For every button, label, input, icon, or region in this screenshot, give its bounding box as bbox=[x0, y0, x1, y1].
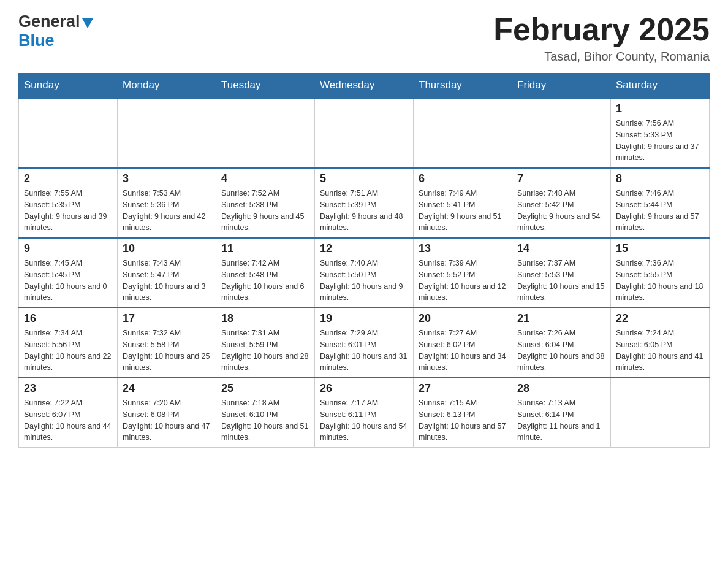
day-info: Sunrise: 7:32 AMSunset: 5:58 PMDaylight:… bbox=[123, 329, 210, 372]
day-number: 28 bbox=[517, 382, 605, 395]
day-info: Sunrise: 7:31 AMSunset: 5:59 PMDaylight:… bbox=[221, 329, 308, 372]
calendar-cell: 7Sunrise: 7:48 AMSunset: 5:42 PMDaylight… bbox=[512, 168, 611, 238]
location-subtitle: Tasad, Bihor County, Romania bbox=[493, 50, 710, 64]
day-info: Sunrise: 7:40 AMSunset: 5:50 PMDaylight:… bbox=[320, 259, 403, 302]
day-info: Sunrise: 7:49 AMSunset: 5:41 PMDaylight:… bbox=[419, 189, 502, 232]
calendar-table: SundayMondayTuesdayWednesdayThursdayFrid… bbox=[18, 73, 710, 448]
day-info: Sunrise: 7:29 AMSunset: 6:01 PMDaylight:… bbox=[320, 329, 407, 372]
day-info: Sunrise: 7:42 AMSunset: 5:48 PMDaylight:… bbox=[221, 259, 305, 302]
calendar-cell: 15Sunrise: 7:36 AMSunset: 5:55 PMDayligh… bbox=[611, 238, 710, 308]
calendar-cell: 6Sunrise: 7:49 AMSunset: 5:41 PMDaylight… bbox=[414, 168, 512, 238]
day-number: 21 bbox=[517, 312, 605, 325]
logo: General Blue bbox=[18, 12, 93, 50]
day-info: Sunrise: 7:51 AMSunset: 5:39 PMDaylight:… bbox=[320, 189, 403, 232]
calendar-cell: 9Sunrise: 7:45 AMSunset: 5:45 PMDaylight… bbox=[19, 238, 118, 308]
day-number: 1 bbox=[616, 102, 704, 115]
logo-general-text: General bbox=[18, 12, 80, 31]
day-number: 23 bbox=[24, 382, 112, 395]
day-info: Sunrise: 7:18 AMSunset: 6:10 PMDaylight:… bbox=[221, 399, 308, 442]
day-info: Sunrise: 7:46 AMSunset: 5:44 PMDaylight:… bbox=[616, 189, 699, 232]
calendar-cell: 21Sunrise: 7:26 AMSunset: 6:04 PMDayligh… bbox=[512, 308, 611, 378]
day-number: 15 bbox=[616, 242, 704, 255]
day-info: Sunrise: 7:55 AMSunset: 5:35 PMDaylight:… bbox=[24, 189, 107, 232]
day-number: 19 bbox=[320, 312, 408, 325]
day-info: Sunrise: 7:24 AMSunset: 6:05 PMDaylight:… bbox=[616, 329, 703, 372]
day-of-week-tuesday: Tuesday bbox=[216, 73, 315, 98]
calendar-header: SundayMondayTuesdayWednesdayThursdayFrid… bbox=[19, 73, 710, 98]
calendar-cell: 19Sunrise: 7:29 AMSunset: 6:01 PMDayligh… bbox=[315, 308, 414, 378]
calendar-cell: 14Sunrise: 7:37 AMSunset: 5:53 PMDayligh… bbox=[512, 238, 611, 308]
calendar-cell bbox=[414, 98, 512, 168]
day-info: Sunrise: 7:45 AMSunset: 5:45 PMDaylight:… bbox=[24, 259, 107, 302]
day-info: Sunrise: 7:56 AMSunset: 5:33 PMDaylight:… bbox=[616, 119, 699, 162]
calendar-cell: 28Sunrise: 7:13 AMSunset: 6:14 PMDayligh… bbox=[512, 378, 611, 448]
day-info: Sunrise: 7:26 AMSunset: 6:04 PMDaylight:… bbox=[517, 329, 604, 372]
day-number: 17 bbox=[123, 312, 211, 325]
day-number: 3 bbox=[123, 172, 211, 185]
day-number: 7 bbox=[517, 172, 605, 185]
day-number: 9 bbox=[24, 242, 112, 255]
calendar-cell bbox=[611, 378, 710, 448]
day-info: Sunrise: 7:20 AMSunset: 6:08 PMDaylight:… bbox=[123, 399, 210, 442]
day-of-week-monday: Monday bbox=[118, 73, 216, 98]
calendar-cell: 16Sunrise: 7:34 AMSunset: 5:56 PMDayligh… bbox=[19, 308, 118, 378]
day-number: 12 bbox=[320, 242, 408, 255]
title-section: February 2025 Tasad, Bihor County, Roman… bbox=[493, 12, 710, 64]
day-info: Sunrise: 7:27 AMSunset: 6:02 PMDaylight:… bbox=[419, 329, 506, 372]
day-number: 18 bbox=[221, 312, 309, 325]
logo-blue-text: Blue bbox=[18, 31, 55, 50]
calendar-cell: 3Sunrise: 7:53 AMSunset: 5:36 PMDaylight… bbox=[118, 168, 216, 238]
calendar-cell: 8Sunrise: 7:46 AMSunset: 5:44 PMDaylight… bbox=[611, 168, 710, 238]
day-number: 2 bbox=[24, 172, 112, 185]
day-number: 10 bbox=[123, 242, 211, 255]
calendar-week-3: 9Sunrise: 7:45 AMSunset: 5:45 PMDaylight… bbox=[19, 238, 710, 308]
day-number: 27 bbox=[419, 382, 507, 395]
month-title: February 2025 bbox=[493, 12, 710, 47]
calendar-cell: 20Sunrise: 7:27 AMSunset: 6:02 PMDayligh… bbox=[414, 308, 512, 378]
day-info: Sunrise: 7:52 AMSunset: 5:38 PMDaylight:… bbox=[221, 189, 305, 232]
calendar-cell bbox=[315, 98, 414, 168]
calendar-cell: 27Sunrise: 7:15 AMSunset: 6:13 PMDayligh… bbox=[414, 378, 512, 448]
day-number: 26 bbox=[320, 382, 408, 395]
day-info: Sunrise: 7:15 AMSunset: 6:13 PMDaylight:… bbox=[419, 399, 506, 442]
calendar-cell: 26Sunrise: 7:17 AMSunset: 6:11 PMDayligh… bbox=[315, 378, 414, 448]
logo-arrow-icon bbox=[82, 18, 93, 28]
calendar-cell: 18Sunrise: 7:31 AMSunset: 5:59 PMDayligh… bbox=[216, 308, 315, 378]
calendar-week-4: 16Sunrise: 7:34 AMSunset: 5:56 PMDayligh… bbox=[19, 308, 710, 378]
day-info: Sunrise: 7:37 AMSunset: 5:53 PMDaylight:… bbox=[517, 259, 604, 302]
calendar-cell: 23Sunrise: 7:22 AMSunset: 6:07 PMDayligh… bbox=[19, 378, 118, 448]
day-info: Sunrise: 7:39 AMSunset: 5:52 PMDaylight:… bbox=[419, 259, 506, 302]
day-of-week-sunday: Sunday bbox=[19, 73, 118, 98]
day-number: 20 bbox=[419, 312, 507, 325]
calendar-week-1: 1Sunrise: 7:56 AMSunset: 5:33 PMDaylight… bbox=[19, 98, 710, 168]
calendar-cell: 5Sunrise: 7:51 AMSunset: 5:39 PMDaylight… bbox=[315, 168, 414, 238]
day-number: 5 bbox=[320, 172, 408, 185]
day-info: Sunrise: 7:13 AMSunset: 6:14 PMDaylight:… bbox=[517, 399, 601, 442]
calendar-cell: 22Sunrise: 7:24 AMSunset: 6:05 PMDayligh… bbox=[611, 308, 710, 378]
calendar-cell: 2Sunrise: 7:55 AMSunset: 5:35 PMDaylight… bbox=[19, 168, 118, 238]
calendar-cell: 4Sunrise: 7:52 AMSunset: 5:38 PMDaylight… bbox=[216, 168, 315, 238]
day-number: 14 bbox=[517, 242, 605, 255]
calendar-cell: 24Sunrise: 7:20 AMSunset: 6:08 PMDayligh… bbox=[118, 378, 216, 448]
day-number: 6 bbox=[419, 172, 507, 185]
day-number: 8 bbox=[616, 172, 704, 185]
calendar-cell: 13Sunrise: 7:39 AMSunset: 5:52 PMDayligh… bbox=[414, 238, 512, 308]
day-info: Sunrise: 7:22 AMSunset: 6:07 PMDaylight:… bbox=[24, 399, 111, 442]
day-info: Sunrise: 7:34 AMSunset: 5:56 PMDaylight:… bbox=[24, 329, 111, 372]
calendar-cell: 17Sunrise: 7:32 AMSunset: 5:58 PMDayligh… bbox=[118, 308, 216, 378]
day-info: Sunrise: 7:48 AMSunset: 5:42 PMDaylight:… bbox=[517, 189, 601, 232]
calendar-cell bbox=[216, 98, 315, 168]
day-of-week-saturday: Saturday bbox=[611, 73, 710, 98]
day-number: 24 bbox=[123, 382, 211, 395]
day-number: 11 bbox=[221, 242, 309, 255]
day-number: 16 bbox=[24, 312, 112, 325]
calendar-cell bbox=[512, 98, 611, 168]
day-number: 25 bbox=[221, 382, 309, 395]
page-header: General Blue February 2025 Tasad, Bihor … bbox=[18, 12, 710, 64]
day-number: 22 bbox=[616, 312, 704, 325]
calendar-week-2: 2Sunrise: 7:55 AMSunset: 5:35 PMDaylight… bbox=[19, 168, 710, 238]
day-info: Sunrise: 7:36 AMSunset: 5:55 PMDaylight:… bbox=[616, 259, 703, 302]
day-number: 13 bbox=[419, 242, 507, 255]
day-info: Sunrise: 7:17 AMSunset: 6:11 PMDaylight:… bbox=[320, 399, 407, 442]
day-of-week-wednesday: Wednesday bbox=[315, 73, 414, 98]
